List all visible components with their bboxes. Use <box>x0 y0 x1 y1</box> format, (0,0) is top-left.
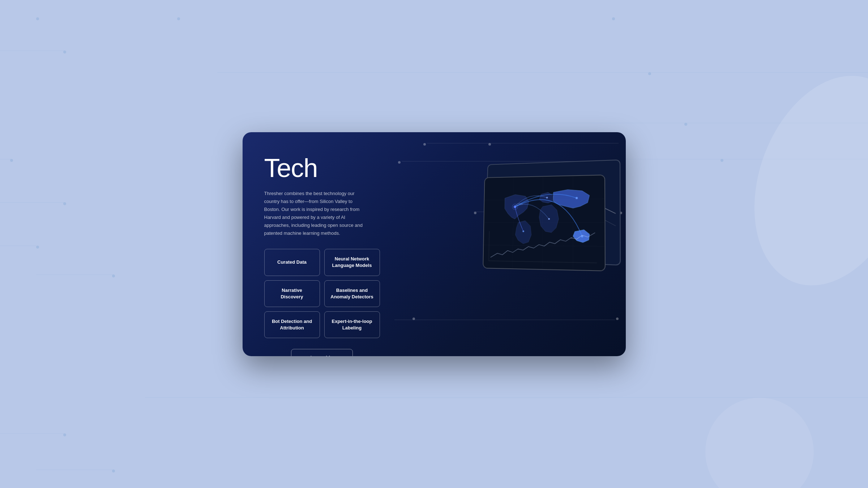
bot-detection-button[interactable]: Bot Detection and Attribution <box>264 311 320 338</box>
card-line <box>427 143 619 143</box>
bg-shape-right <box>727 54 868 307</box>
connector-line <box>36 470 114 470</box>
tech-grid: Curated Data Neural Network Language Mod… <box>264 249 380 338</box>
narrative-discovery-button[interactable]: Narrative Discovery <box>264 280 320 307</box>
left-content: Tech Thresher combines the best technolo… <box>243 132 394 356</box>
connector-line <box>0 202 65 203</box>
chevron-right-icon: › <box>306 355 308 356</box>
connector-line <box>217 72 868 73</box>
bg-dot <box>648 72 651 75</box>
bg-dot <box>10 159 13 162</box>
bg-dot <box>721 159 723 162</box>
bg-dot <box>63 433 66 436</box>
connector-line <box>0 159 11 159</box>
learn-more-button[interactable]: › Learn More <box>291 349 353 356</box>
bg-dot <box>112 275 115 277</box>
curated-data-button[interactable]: Curated Data <box>264 249 320 276</box>
connector-line <box>145 397 868 398</box>
learn-more-wrapper: › Learn More <box>264 349 380 356</box>
card-dot <box>474 212 476 214</box>
learn-more-label: Learn More <box>310 354 338 356</box>
bg-dot <box>63 202 66 205</box>
bg-dot <box>177 17 180 20</box>
neural-network-button[interactable]: Neural Network Language Models <box>324 249 380 276</box>
tablet-screen <box>483 175 605 270</box>
card-dot <box>616 318 619 320</box>
baselines-anomaly-button[interactable]: Baselines and Anomaly Detectors <box>324 280 380 307</box>
world-map-svg <box>483 175 605 270</box>
bg-dot <box>36 17 39 20</box>
connector-line <box>0 51 65 51</box>
connector-line <box>0 433 65 434</box>
bg-dot <box>63 51 66 53</box>
page-title: Tech <box>264 154 380 182</box>
bg-shape-bottom <box>705 398 814 488</box>
card-dot <box>488 143 491 146</box>
card-dot <box>423 143 426 146</box>
bg-dot <box>612 17 615 20</box>
connector-line <box>36 275 114 275</box>
connector-line <box>0 246 36 246</box>
card-dot <box>398 161 401 164</box>
bg-dot <box>684 123 687 126</box>
connector-line <box>290 123 868 123</box>
bg-dot <box>36 246 39 249</box>
right-illustration <box>394 132 626 356</box>
card-line <box>394 320 615 320</box>
tablet-front <box>483 174 606 271</box>
expert-loop-button[interactable]: Expert-in-the-loop Labeling <box>324 311 380 338</box>
main-card: Tech Thresher combines the best technolo… <box>243 132 626 356</box>
page-description: Thresher combines the best technology ou… <box>264 190 369 238</box>
bg-dot <box>112 470 115 472</box>
